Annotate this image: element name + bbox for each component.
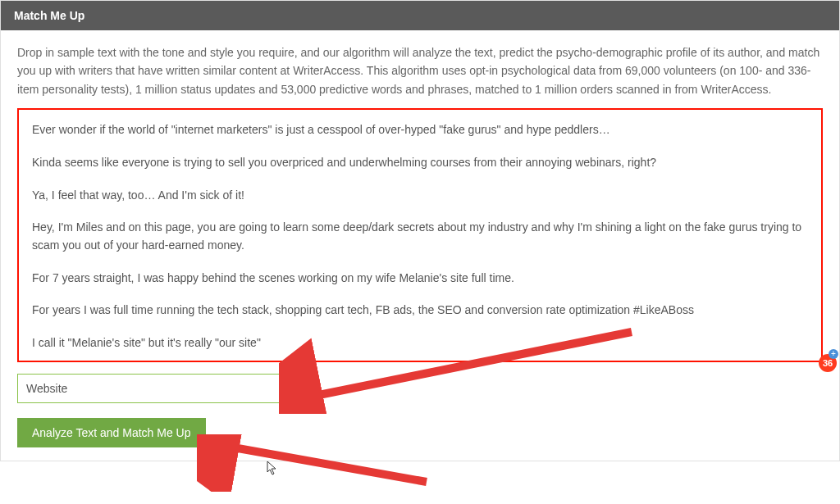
- sample-paragraph: Kinda seems like everyone is trying to s…: [32, 154, 808, 172]
- panel-body: Drop in sample text with the tone and st…: [1, 30, 839, 461]
- sample-paragraph: I call it "Melanie's site" but it's real…: [32, 334, 808, 352]
- panel-header: Match Me Up: [1, 1, 839, 30]
- panel-title: Match Me Up: [14, 9, 84, 22]
- analyze-button-label: Analyze Text and Match Me Up: [32, 426, 191, 439]
- cursor-icon: [267, 461, 278, 475]
- sample-paragraph: Ya, I feel that way, too… And I'm sick o…: [32, 187, 808, 205]
- sample-text-input[interactable]: Ever wonder if the world of "internet ma…: [17, 108, 823, 362]
- match-me-up-panel: Match Me Up Drop in sample text with the…: [0, 0, 840, 461]
- sample-paragraph: Hey, I'm Miles and on this page, you are…: [32, 219, 808, 254]
- textarea-container: Ever wonder if the world of "internet ma…: [17, 108, 823, 362]
- sample-paragraph: For 7 years straight, I was happy behind…: [32, 270, 808, 288]
- analyze-button[interactable]: Analyze Text and Match Me Up: [17, 418, 206, 447]
- badge-count: 36: [823, 358, 833, 368]
- badge-plus-icon: +: [829, 349, 838, 359]
- sample-paragraph: For years I was full time running the te…: [32, 302, 808, 320]
- description-text: Drop in sample text with the tone and st…: [17, 43, 823, 98]
- sample-paragraph: Ever wonder if the world of "internet ma…: [32, 121, 808, 139]
- content-type-select[interactable]: Website: [17, 374, 296, 403]
